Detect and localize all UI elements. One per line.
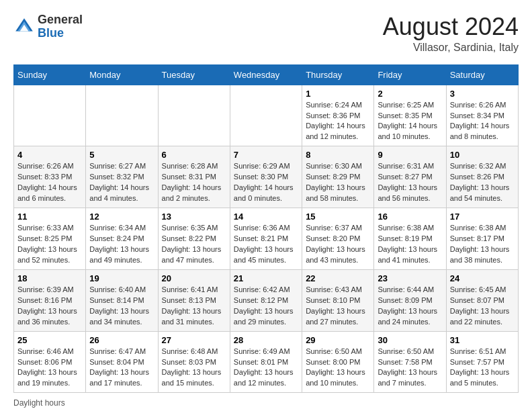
day-number: 24 (450, 273, 515, 283)
calendar-col-header: Tuesday (158, 64, 230, 85)
day-info: Sunrise: 6:40 AM Sunset: 8:14 PM Dayligh… (89, 285, 154, 328)
day-info: Sunrise: 6:25 AM Sunset: 8:35 PM Dayligh… (378, 100, 442, 143)
calendar-cell: 30Sunrise: 6:50 AM Sunset: 7:58 PM Dayli… (374, 331, 446, 393)
day-number: 13 (162, 212, 226, 222)
day-info: Sunrise: 6:45 AM Sunset: 8:07 PM Dayligh… (450, 285, 515, 328)
day-info: Sunrise: 6:30 AM Sunset: 8:29 PM Dayligh… (306, 161, 370, 204)
logo: General Blue (13, 13, 83, 40)
day-info: Sunrise: 6:39 AM Sunset: 8:16 PM Dayligh… (17, 285, 82, 328)
calendar-cell: 3Sunrise: 6:26 AM Sunset: 8:34 PM Daylig… (446, 85, 518, 146)
calendar-cell: 20Sunrise: 6:41 AM Sunset: 8:13 PM Dayli… (158, 269, 230, 331)
calendar-header-row: SundayMondayTuesdayWednesdayThursdayFrid… (14, 64, 519, 85)
calendar-week-row: 25Sunrise: 6:46 AM Sunset: 8:06 PM Dayli… (14, 331, 519, 393)
calendar-col-header: Thursday (302, 64, 374, 85)
calendar-cell: 24Sunrise: 6:45 AM Sunset: 8:07 PM Dayli… (446, 269, 518, 331)
calendar-cell: 29Sunrise: 6:50 AM Sunset: 8:00 PM Dayli… (302, 331, 374, 393)
day-info: Sunrise: 6:28 AM Sunset: 8:31 PM Dayligh… (162, 161, 226, 204)
calendar-col-header: Saturday (446, 64, 518, 85)
day-info: Sunrise: 6:42 AM Sunset: 8:12 PM Dayligh… (234, 285, 298, 328)
day-number: 16 (378, 212, 442, 222)
day-info: Sunrise: 6:34 AM Sunset: 8:24 PM Dayligh… (89, 223, 154, 266)
day-info: Sunrise: 6:36 AM Sunset: 8:21 PM Dayligh… (234, 223, 298, 266)
calendar-cell: 6Sunrise: 6:28 AM Sunset: 8:31 PM Daylig… (158, 146, 230, 208)
day-info: Sunrise: 6:31 AM Sunset: 8:27 PM Dayligh… (378, 161, 442, 204)
calendar-week-row: 1Sunrise: 6:24 AM Sunset: 8:36 PM Daylig… (14, 85, 519, 146)
day-number: 26 (89, 335, 154, 345)
calendar-cell: 4Sunrise: 6:26 AM Sunset: 8:33 PM Daylig… (14, 146, 86, 208)
calendar-cell: 18Sunrise: 6:39 AM Sunset: 8:16 PM Dayli… (14, 269, 86, 331)
day-number: 6 (162, 150, 226, 160)
logo-text: General Blue (38, 13, 83, 40)
calendar-cell: 8Sunrise: 6:30 AM Sunset: 8:29 PM Daylig… (302, 146, 374, 208)
day-number: 29 (306, 335, 370, 345)
day-info: Sunrise: 6:33 AM Sunset: 8:25 PM Dayligh… (17, 223, 82, 266)
day-info: Sunrise: 6:51 AM Sunset: 7:57 PM Dayligh… (450, 347, 515, 390)
calendar-cell: 27Sunrise: 6:48 AM Sunset: 8:03 PM Dayli… (158, 331, 230, 393)
day-number: 3 (450, 89, 515, 99)
calendar-cell: 28Sunrise: 6:49 AM Sunset: 8:01 PM Dayli… (230, 331, 302, 393)
calendar-col-header: Sunday (14, 64, 86, 85)
calendar-cell: 2Sunrise: 6:25 AM Sunset: 8:35 PM Daylig… (374, 85, 446, 146)
day-info: Sunrise: 6:26 AM Sunset: 8:33 PM Dayligh… (17, 161, 82, 204)
calendar-week-row: 11Sunrise: 6:33 AM Sunset: 8:25 PM Dayli… (14, 208, 519, 270)
daylight-label: Daylight hours (13, 398, 65, 408)
calendar-cell: 11Sunrise: 6:33 AM Sunset: 8:25 PM Dayli… (14, 208, 86, 270)
calendar-col-header: Monday (86, 64, 158, 85)
location: Villasor, Sardinia, Italy (383, 42, 519, 54)
day-info: Sunrise: 6:50 AM Sunset: 8:00 PM Dayligh… (306, 347, 370, 390)
calendar-table: SundayMondayTuesdayWednesdayThursdayFrid… (13, 64, 519, 394)
day-info: Sunrise: 6:48 AM Sunset: 8:03 PM Dayligh… (162, 347, 226, 390)
calendar-cell: 14Sunrise: 6:36 AM Sunset: 8:21 PM Dayli… (230, 208, 302, 270)
calendar-cell: 13Sunrise: 6:35 AM Sunset: 8:22 PM Dayli… (158, 208, 230, 270)
day-number: 8 (306, 150, 370, 160)
calendar-cell (86, 85, 158, 146)
page-header: General Blue August 2024 Villasor, Sardi… (13, 13, 519, 54)
day-number: 23 (378, 273, 442, 283)
calendar-cell (158, 85, 230, 146)
day-number: 2 (378, 89, 442, 99)
day-info: Sunrise: 6:43 AM Sunset: 8:10 PM Dayligh… (306, 285, 370, 328)
day-number: 5 (89, 150, 154, 160)
day-number: 11 (17, 212, 82, 222)
calendar-cell: 15Sunrise: 6:37 AM Sunset: 8:20 PM Dayli… (302, 208, 374, 270)
calendar-cell: 19Sunrise: 6:40 AM Sunset: 8:14 PM Dayli… (86, 269, 158, 331)
calendar-cell: 22Sunrise: 6:43 AM Sunset: 8:10 PM Dayli… (302, 269, 374, 331)
day-info: Sunrise: 6:44 AM Sunset: 8:09 PM Dayligh… (378, 285, 442, 328)
calendar-cell: 21Sunrise: 6:42 AM Sunset: 8:12 PM Dayli… (230, 269, 302, 331)
calendar-col-header: Friday (374, 64, 446, 85)
calendar-cell: 23Sunrise: 6:44 AM Sunset: 8:09 PM Dayli… (374, 269, 446, 331)
day-number: 4 (17, 150, 82, 160)
day-number: 14 (234, 212, 298, 222)
calendar-week-row: 4Sunrise: 6:26 AM Sunset: 8:33 PM Daylig… (14, 146, 519, 208)
calendar-week-row: 18Sunrise: 6:39 AM Sunset: 8:16 PM Dayli… (14, 269, 519, 331)
calendar-cell: 10Sunrise: 6:32 AM Sunset: 8:26 PM Dayli… (446, 146, 518, 208)
day-info: Sunrise: 6:50 AM Sunset: 7:58 PM Dayligh… (378, 347, 442, 390)
day-number: 15 (306, 212, 370, 222)
day-info: Sunrise: 6:37 AM Sunset: 8:20 PM Dayligh… (306, 223, 370, 266)
day-number: 10 (450, 150, 515, 160)
calendar-cell: 16Sunrise: 6:38 AM Sunset: 8:19 PM Dayli… (374, 208, 446, 270)
day-number: 20 (162, 273, 226, 283)
title-block: August 2024 Villasor, Sardinia, Italy (383, 13, 519, 54)
logo-icon (13, 16, 35, 38)
calendar-cell (230, 85, 302, 146)
day-number: 31 (450, 335, 515, 345)
month-year: August 2024 (383, 13, 519, 40)
day-info: Sunrise: 6:26 AM Sunset: 8:34 PM Dayligh… (450, 100, 515, 143)
day-info: Sunrise: 6:29 AM Sunset: 8:30 PM Dayligh… (234, 161, 298, 204)
day-info: Sunrise: 6:47 AM Sunset: 8:04 PM Dayligh… (89, 347, 154, 390)
day-number: 19 (89, 273, 154, 283)
day-number: 25 (17, 335, 82, 345)
day-number: 22 (306, 273, 370, 283)
day-number: 1 (306, 89, 370, 99)
calendar-cell: 7Sunrise: 6:29 AM Sunset: 8:30 PM Daylig… (230, 146, 302, 208)
day-number: 30 (378, 335, 442, 345)
day-info: Sunrise: 6:41 AM Sunset: 8:13 PM Dayligh… (162, 285, 226, 328)
day-info: Sunrise: 6:46 AM Sunset: 8:06 PM Dayligh… (17, 347, 82, 390)
day-number: 7 (234, 150, 298, 160)
calendar-cell: 25Sunrise: 6:46 AM Sunset: 8:06 PM Dayli… (14, 331, 86, 393)
calendar-cell: 12Sunrise: 6:34 AM Sunset: 8:24 PM Dayli… (86, 208, 158, 270)
day-number: 17 (450, 212, 515, 222)
day-info: Sunrise: 6:38 AM Sunset: 8:19 PM Dayligh… (378, 223, 442, 266)
day-number: 21 (234, 273, 298, 283)
